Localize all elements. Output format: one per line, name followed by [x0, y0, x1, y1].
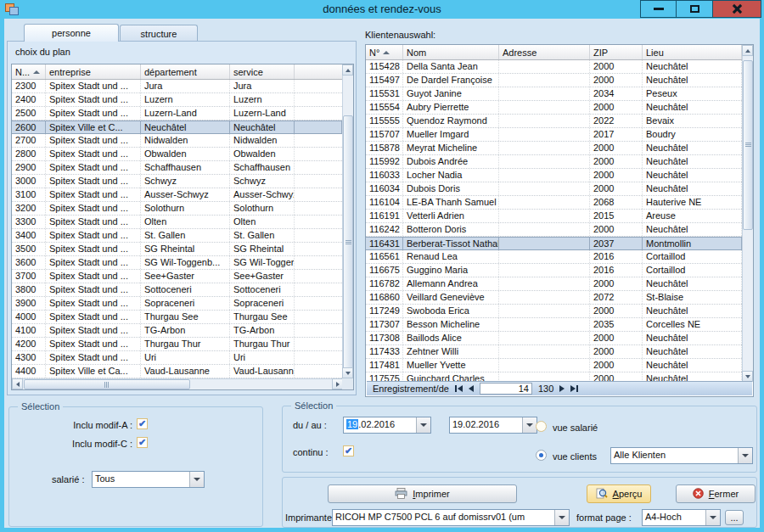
table-row[interactable]: 116033Locher Nadia2000Neuchâtel: [366, 169, 742, 182]
table-row[interactable]: 116675Guggino Maria2016Cortaillod: [366, 264, 742, 277]
maximize-button[interactable]: [677, 0, 713, 18]
table-row[interactable]: 3400Spitex Stadt und ...St. GallenSt. Ga…: [12, 229, 342, 243]
last-record-button[interactable]: [570, 385, 578, 392]
dropdown-button[interactable]: [554, 510, 569, 525]
vscroll-thumb[interactable]: [343, 115, 353, 370]
column-header[interactable]: département: [141, 64, 230, 79]
table-row[interactable]: 115878Meyrat Micheline2000Neuchâtel: [366, 142, 742, 155]
table-row[interactable]: 117307Besson Micheline2035Corcelles NE: [366, 318, 742, 332]
table-row[interactable]: 115707Mueller Imgard2017Boudry: [366, 128, 742, 142]
table-row[interactable]: 2300Spitex Stadt und ...JuraJura: [12, 80, 342, 93]
hscroll-thumb[interactable]: [24, 379, 190, 389]
table-row[interactable]: 2600Spitex Ville et C...NeuchâtelNeuchât…: [12, 120, 342, 134]
vscroll-thumb[interactable]: [743, 60, 753, 230]
dropdown-button[interactable]: [738, 448, 752, 463]
table-row[interactable]: 117481Mueller Yvette2000Neuchâtel: [366, 359, 742, 372]
table-row[interactable]: 4100Spitex Stadt und ...TG-ArbonTG-Arbon: [12, 324, 342, 338]
table-row[interactable]: 115554Aubry Pierrette2000Neuchâtel: [366, 101, 742, 115]
klienten-filter-combobox[interactable]: Alle Klienten: [610, 447, 753, 464]
table-row[interactable]: 116431Berberat-Tissot Nathalie2037Montmo…: [366, 237, 742, 250]
table-cell: 2000: [590, 169, 643, 182]
column-header[interactable]: entreprise: [46, 64, 141, 79]
table-row[interactable]: 116242Botteron Doris2000Neuchâtel: [366, 223, 742, 237]
arrow-right-icon: [336, 382, 340, 387]
table-row[interactable]: 116561Renaud Lea2016Cortaillod: [366, 250, 742, 264]
inclu-modif-a-checkbox[interactable]: ✔: [137, 418, 148, 429]
table-cell: [499, 128, 590, 141]
inclu-modif-c-checkbox[interactable]: ✔: [137, 437, 148, 448]
scroll-up-button[interactable]: [342, 64, 353, 76]
column-header[interactable]: service: [230, 64, 295, 79]
table-row[interactable]: 116860Veillard Geneviève2072St-Blaise: [366, 291, 742, 305]
arrow-right-icon: [570, 385, 576, 392]
table-row[interactable]: 3500Spitex Stadt und ...SG RheintalSG Rh…: [12, 243, 342, 256]
table-row[interactable]: 4400Spitex Ville et Ca...Vaud-LausanneVa…: [12, 365, 342, 378]
table-row[interactable]: 2800Spitex Stadt und ...ObwaldenObwalden: [12, 148, 342, 161]
table-row[interactable]: 117249Swoboda Erica2000Neuchâtel: [366, 305, 742, 318]
table-row[interactable]: 116191Vetterli Adrien2015Areuse: [366, 210, 742, 223]
next-record-button[interactable]: [559, 385, 565, 392]
table-cell: 3000: [12, 175, 46, 188]
table-row[interactable]: 4300Spitex Stadt und ...UriUri: [12, 351, 342, 365]
dropdown-button[interactable]: [416, 417, 430, 433]
tab-personne[interactable]: personne: [24, 24, 119, 42]
close-button[interactable]: [713, 0, 761, 18]
scroll-left-button[interactable]: [12, 378, 23, 389]
date-to-picker[interactable]: 19.02.2016: [449, 417, 537, 434]
table-row[interactable]: 3600Spitex Stadt und ...SG Wil-Toggenb..…: [12, 256, 342, 270]
vue-salarie-radio[interactable]: [536, 421, 547, 432]
table-row[interactable]: 115992Dubois Andrée2000Neuchâtel: [366, 155, 742, 169]
table-row[interactable]: 2500Spitex Stadt und ...Luzern-LandLuzer…: [12, 107, 342, 120]
column-header[interactable]: ZIP: [590, 45, 643, 59]
table-row[interactable]: 3900Spitex Stadt und ...SopraceneriSopra…: [12, 297, 342, 311]
table-row[interactable]: 116034Dubois Doris2000Neuchâtel: [366, 182, 742, 196]
format-combobox[interactable]: A4-Hoch: [642, 509, 721, 526]
table-row[interactable]: 3700Spitex Stadt und ...See+GasterSee+Ga…: [12, 270, 342, 283]
table-row[interactable]: 3300Spitex Stadt und ...OltenOlten: [12, 216, 342, 229]
imprimer-button[interactable]: Imprimer: [328, 484, 517, 503]
column-header[interactable]: Lieu: [643, 45, 742, 59]
fermer-button[interactable]: Fermer: [676, 484, 756, 503]
table-row[interactable]: 115497De Dardel Françoise2000Neuchâtel: [366, 74, 742, 87]
table-row[interactable]: 3100Spitex Stadt und ...Ausser-SchwyzAus…: [12, 188, 342, 202]
table-row[interactable]: 4000Spitex Stadt und ...Thurgau SeeThurg…: [12, 311, 342, 324]
printer-combobox[interactable]: RICOH MP C7500 PCL 6 auf domissrv01 (um: [332, 509, 570, 526]
record-position-input[interactable]: 14: [480, 383, 532, 395]
minimize-button[interactable]: [640, 0, 677, 18]
format-more-button[interactable]: ...: [725, 510, 744, 525]
apercu-button[interactable]: Aperçu: [587, 484, 651, 503]
table-cell: Spitex Stadt und ...: [46, 161, 141, 174]
salarie-combobox[interactable]: Tous: [92, 471, 205, 488]
table-row[interactable]: 2400Spitex Stadt und ...LuzernLuzern: [12, 93, 342, 107]
date-from-picker[interactable]: 19.02.2016: [343, 417, 431, 434]
table-row[interactable]: 115555Quendoz Raymond2022Bevaix: [366, 115, 742, 128]
table-row[interactable]: 2700Spitex Stadt und ...NidwaldenNidwald…: [12, 134, 342, 148]
table-row[interactable]: 3800Spitex Stadt und ...SottoceneriSotto…: [12, 283, 342, 297]
table-row[interactable]: 4200Spitex Stadt und ...Thurgau ThurThur…: [12, 338, 342, 351]
table-row[interactable]: 117433Zehtner Willi2000Neuchâtel: [366, 345, 742, 359]
first-record-button[interactable]: [455, 385, 463, 392]
table-row[interactable]: 117308Baillods Alice2000Neuchâtel: [366, 332, 742, 345]
table-row[interactable]: 116104LE-BA Thanh Samuel2068Hauterive NE: [366, 196, 742, 210]
continu-checkbox[interactable]: ✔: [343, 445, 354, 456]
table-cell: [499, 345, 590, 358]
column-header[interactable]: N°: [366, 45, 403, 59]
dropdown-button[interactable]: [705, 510, 720, 525]
dropdown-button[interactable]: [189, 472, 204, 487]
vue-clients-radio[interactable]: [536, 450, 547, 461]
column-header[interactable]: Adresse: [499, 45, 590, 59]
table-cell: [499, 250, 590, 263]
table-row[interactable]: 115428Della Santa Jean2000Neuchâtel: [366, 60, 742, 74]
column-header[interactable]: N...: [12, 64, 46, 79]
table-row[interactable]: 3200Spitex Stadt und ...SolothurnSolothu…: [12, 202, 342, 216]
scroll-up-button[interactable]: [742, 45, 753, 56]
scroll-down-button[interactable]: [342, 367, 353, 378]
tab-structure[interactable]: structure: [120, 25, 198, 42]
table-row[interactable]: 116782Allemann Andrea2000Neuchâtel: [366, 277, 742, 291]
dropdown-button[interactable]: [522, 417, 536, 433]
table-row[interactable]: 2900Spitex Stadt und ...SchaffhausenScha…: [12, 161, 342, 175]
table-row[interactable]: 3000Spitex Stadt und ...SchwyzSchwyz: [12, 175, 342, 188]
column-header[interactable]: Nom: [403, 45, 499, 59]
previous-record-button[interactable]: [469, 385, 474, 392]
table-row[interactable]: 115531Guyot Janine2034Peseux: [366, 87, 742, 101]
